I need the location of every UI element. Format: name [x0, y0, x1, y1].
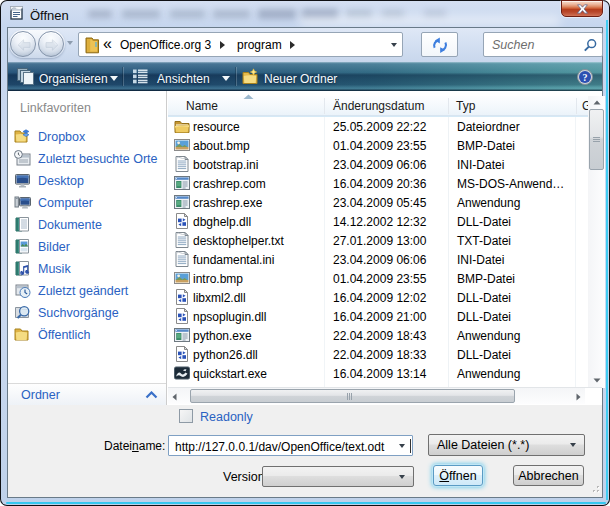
svg-text:?: ?	[583, 72, 588, 83]
